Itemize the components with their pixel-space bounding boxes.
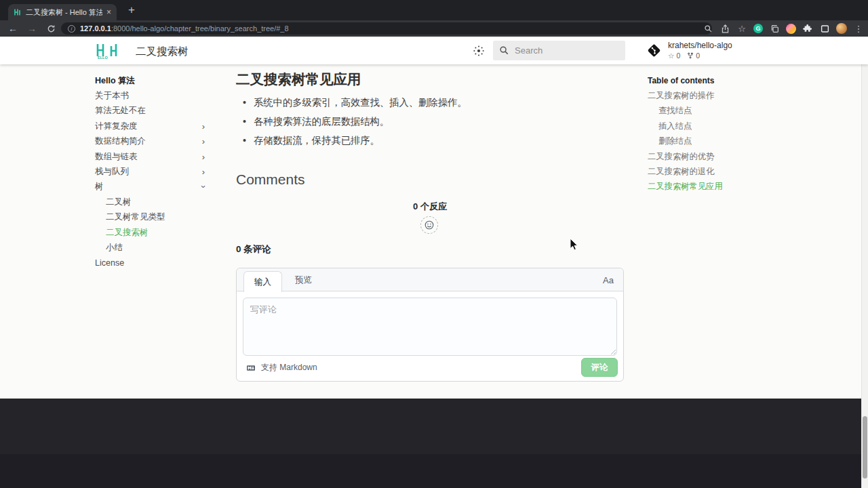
tab-title: 二叉搜索树 - Hello 算法 xyxy=(26,7,102,18)
smiley-icon xyxy=(425,220,434,230)
tab-close-icon[interactable]: × xyxy=(106,8,111,16)
chevron-right-icon: › xyxy=(202,152,205,161)
extension-copy-icon[interactable] xyxy=(769,23,780,34)
markdown-hint-text: 支持 Markdown xyxy=(261,362,317,373)
tab-write[interactable]: 输入 xyxy=(243,271,282,292)
repo-name: krahets/hello-algo xyxy=(668,41,732,50)
section-heading: 二叉搜索树常见应用 xyxy=(236,70,361,89)
sidebar-item-about[interactable]: 关于本书 xyxy=(95,88,209,103)
comments-heading: Comments xyxy=(236,171,305,188)
url-host: 127.0.0.1 xyxy=(80,24,111,33)
sidebar-item-stack-queue[interactable]: 栈与队列› xyxy=(95,164,209,179)
browser-menu-icon[interactable]: ⋮ xyxy=(853,23,864,34)
bullet-item: 系统中的多级索引，高效查找、插入、删除操作。 xyxy=(239,97,618,108)
comment-count: 0 条评论 xyxy=(236,243,271,256)
search-input-wrapper[interactable] xyxy=(493,41,625,60)
toc-item-delete-node[interactable]: 删除结点 xyxy=(648,134,768,149)
chevron-right-icon: › xyxy=(202,137,205,146)
extensions-puzzle-icon[interactable] xyxy=(802,23,813,34)
sidebar-item-binary-tree[interactable]: 二叉树 xyxy=(95,195,209,209)
svg-text:ELLO: ELLO xyxy=(98,56,108,60)
markdown-hint-link[interactable]: 支持 Markdown xyxy=(245,362,317,373)
comment-textarea[interactable] xyxy=(243,298,617,356)
browser-toolbar: ← → i 127.0.0.1:8000/hello-algo/chapter_… xyxy=(0,20,868,37)
sidebar-title: Hello 算法 xyxy=(95,73,209,88)
page-title: 二叉搜索树 xyxy=(136,45,189,59)
share-icon[interactable] xyxy=(719,23,730,34)
page-content: Hello 算法 关于本书 算法无处不在 计算复杂度› 数据结构简介› 数组与链… xyxy=(0,64,868,399)
toc-title: Table of contents xyxy=(648,73,768,88)
toc-item-advantages[interactable]: 二叉搜索树的优势 xyxy=(648,149,768,164)
bookmark-star-icon[interactable]: ☆ xyxy=(736,23,747,34)
toolbar-actions: ☆ G ⋮ xyxy=(703,20,867,37)
site-favicon xyxy=(14,8,22,16)
star-icon: ☆ xyxy=(668,52,674,60)
footer-navigation: ← Previous 二叉树常见类型 Next 小结 → xyxy=(0,399,868,454)
side-panel-icon[interactable] xyxy=(819,23,830,34)
back-button[interactable]: ← xyxy=(4,20,22,37)
reload-icon xyxy=(47,24,56,33)
comment-editor-tabs: 输入 预览 Aa xyxy=(237,268,623,291)
site-info-icon[interactable]: i xyxy=(68,25,75,33)
search-input[interactable] xyxy=(515,45,610,56)
bullet-item: 存储数据流，保持其已排序。 xyxy=(239,135,618,146)
chevron-right-icon: › xyxy=(202,167,205,176)
git-repo-icon xyxy=(646,43,662,58)
extension-colorful-icon[interactable] xyxy=(786,24,796,34)
footer-meta: Copyright © 2020 - 2022 Krahets xyxy=(0,454,868,488)
mouse-cursor xyxy=(570,238,579,251)
toc-item-degradation[interactable]: 二叉搜索树的退化 xyxy=(648,164,768,179)
toc-item-find-node[interactable]: 查找结点 xyxy=(648,104,768,119)
url-text: 127.0.0.1:8000/hello-algo/chapter_tree/b… xyxy=(80,24,289,33)
repo-link[interactable]: krahets/hello-algo ☆0 0 xyxy=(646,41,732,60)
markdown-icon xyxy=(245,364,257,372)
profile-avatar[interactable] xyxy=(836,23,847,34)
bullet-item: 各种搜索算法的底层数据结构。 xyxy=(239,116,618,127)
zoom-search-icon[interactable] xyxy=(703,23,713,34)
tab-preview[interactable]: 预览 xyxy=(295,268,312,291)
extension-grammarly-icon[interactable]: G xyxy=(753,24,763,33)
sidebar-item-binary-search-tree[interactable]: 二叉搜索树 xyxy=(95,225,209,240)
add-reaction-button[interactable] xyxy=(420,216,438,234)
resize-grip-icon[interactable] xyxy=(610,349,616,355)
fork-icon xyxy=(687,52,694,60)
chevron-right-icon: › xyxy=(202,122,205,131)
sidebar-item-tree[interactable]: 树› xyxy=(95,180,209,195)
comment-editor: 输入 预览 Aa 支持 Markdown 评论 xyxy=(236,268,624,382)
browser-window: 二叉搜索树 - Hello 算法 × + ← → i 127.0.0.1:800… xyxy=(0,0,868,488)
sidebar-item-license[interactable]: License xyxy=(95,256,209,270)
scrollbar-thumb[interactable] xyxy=(863,416,867,479)
forward-button[interactable]: → xyxy=(23,20,41,37)
sidebar-item-array-list[interactable]: 数组与链表› xyxy=(95,149,209,164)
sidebar-nav: Hello 算法 关于本书 算法无处不在 计算复杂度› 数据结构简介› 数组与链… xyxy=(95,73,209,270)
new-tab-button[interactable]: + xyxy=(125,3,138,17)
star-count: 0 xyxy=(676,52,680,60)
toc-item-insert-node[interactable]: 插入结点 xyxy=(648,119,768,134)
page-scrollbar[interactable] xyxy=(861,37,868,488)
search-icon xyxy=(499,45,509,56)
submit-comment-button[interactable]: 评论 xyxy=(581,358,618,377)
table-of-contents: Table of contents 二叉搜索树的操作 查找结点 插入结点 删除结… xyxy=(648,73,768,195)
text-format-hint[interactable]: Aa xyxy=(603,268,614,291)
browser-tab[interactable]: 二叉搜索树 - Hello 算法 × xyxy=(8,4,117,20)
theme-toggle-icon[interactable] xyxy=(473,45,485,57)
sidebar-item-binary-tree-types[interactable]: 二叉树常见类型 xyxy=(95,210,209,225)
url-path: :8000/hello-algo/chapter_tree/binary_sea… xyxy=(111,24,289,33)
sidebar-item-complexity[interactable]: 计算复杂度› xyxy=(95,119,209,134)
toc-item-operations[interactable]: 二叉搜索树的操作 xyxy=(648,88,768,103)
address-bar[interactable]: i 127.0.0.1:8000/hello-algo/chapter_tree… xyxy=(61,22,712,35)
chevron-down-icon: › xyxy=(199,186,208,188)
sidebar-item-data-structure[interactable]: 数据结构简介› xyxy=(95,134,209,149)
repo-stats: ☆0 0 xyxy=(668,52,732,60)
sidebar-item-summary[interactable]: 小结 xyxy=(95,240,209,255)
browser-tab-strip: 二叉搜索树 - Hello 算法 × + xyxy=(0,0,868,20)
fork-count: 0 xyxy=(696,52,700,60)
reactions-count: 0 个反应 xyxy=(236,201,624,213)
reload-button[interactable] xyxy=(42,20,60,37)
toc-item-common-uses[interactable]: 二叉搜索树常见应用 xyxy=(648,180,768,195)
bullet-list: 系统中的多级索引，高效查找、插入、删除操作。 各种搜索算法的底层数据结构。 存储… xyxy=(239,97,618,154)
sidebar-item-everywhere[interactable]: 算法无处不在 xyxy=(95,104,209,119)
site-header: ELLO 二叉搜索树 xyxy=(0,37,868,64)
hello-algo-logo[interactable]: ELLO xyxy=(95,42,119,60)
